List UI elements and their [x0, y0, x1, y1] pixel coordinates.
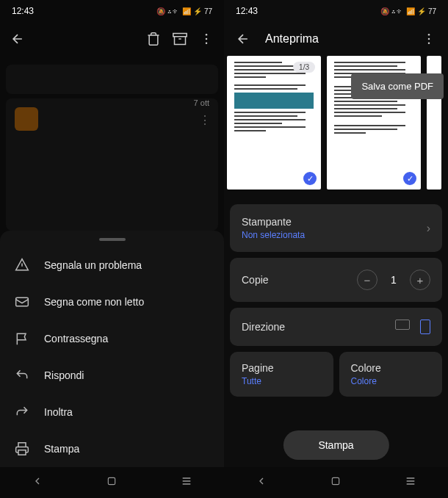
pages-label: Pagine	[242, 362, 322, 374]
nav-home-icon[interactable]	[106, 476, 117, 489]
menu-flag[interactable]: Contrassegna	[0, 320, 224, 357]
status-bar: 12:43 🔕 ⁂ ᯤ 📶 ⚡77	[0, 0, 224, 22]
bottom-sheet: Segnala un problema Segna come non letto…	[0, 231, 224, 467]
nav-recent-icon[interactable]	[405, 475, 416, 490]
orientation-portrait[interactable]	[420, 320, 430, 334]
status-time: 12:43	[236, 6, 258, 16]
nav-back-icon[interactable]	[256, 475, 267, 490]
copies-value: 1	[389, 274, 398, 286]
svg-point-1	[206, 38, 208, 40]
trash-icon[interactable]	[145, 30, 162, 48]
svg-rect-3	[16, 297, 29, 306]
warning-icon	[15, 258, 29, 273]
orientation-landscape[interactable]	[395, 320, 410, 330]
setting-printer[interactable]: Stampante Non selezionata ›	[230, 204, 442, 252]
chevron-right-icon: ›	[427, 222, 430, 235]
color-value: Colore	[351, 376, 431, 386]
save-pdf-tooltip[interactable]: Salva come PDF	[351, 73, 444, 99]
check-icon: ✓	[403, 172, 416, 185]
menu-forward[interactable]: Inoltra	[0, 394, 224, 430]
status-icons: 🔕 ⁂ ᯤ 📶 ⚡77	[380, 7, 436, 15]
forward-icon	[15, 405, 29, 419]
email-date: 7 ott	[194, 98, 209, 107]
print-button[interactable]: Stampa	[283, 430, 389, 460]
menu-label: Segna come non letto	[44, 296, 144, 308]
top-bar	[0, 22, 224, 56]
svg-rect-4	[109, 477, 115, 484]
page-indicator: 1/3	[293, 62, 315, 73]
menu-reply[interactable]: Rispondi	[0, 357, 224, 394]
doc-highlight	[234, 93, 314, 109]
status-time: 12:43	[12, 6, 34, 16]
envelope-icon	[15, 295, 29, 309]
flag-icon	[15, 331, 29, 346]
archive-icon[interactable]	[171, 30, 189, 48]
copies-stepper: − 1 +	[357, 270, 430, 290]
printer-value: Non selezionata	[242, 230, 305, 240]
status-bar: 12:43 🔕 ⁂ ᯤ 📶 ⚡77	[224, 0, 448, 22]
setting-copies: Copie − 1 +	[230, 258, 442, 302]
increment-button[interactable]: +	[410, 270, 430, 290]
print-settings: Stampante Non selezionata › Copie − 1 + …	[224, 198, 448, 403]
print-icon	[15, 441, 29, 456]
svg-rect-8	[333, 477, 339, 484]
menu-report-problem[interactable]: Segnala un problema	[0, 247, 224, 284]
preview-header: Anteprima	[224, 22, 448, 56]
printer-label: Stampante	[242, 216, 305, 228]
nav-bar	[224, 467, 448, 498]
more-icon[interactable]	[420, 30, 438, 48]
check-icon: ✓	[303, 172, 317, 185]
avatar	[15, 107, 38, 131]
svg-point-7	[428, 43, 430, 45]
page-thumb-1[interactable]: 1/3 ✓	[227, 56, 321, 190]
menu-print[interactable]: Stampa	[0, 430, 224, 467]
setting-direction: Direzione	[230, 308, 442, 346]
menu-label: Stampa	[44, 443, 79, 455]
menu-label: Inoltra	[44, 406, 73, 418]
direction-label: Direzione	[242, 321, 285, 333]
nav-recent-icon[interactable]	[181, 475, 192, 490]
more-icon[interactable]	[198, 30, 215, 48]
page-title: Anteprima	[265, 32, 319, 46]
nav-back-icon[interactable]	[32, 475, 43, 490]
svg-point-0	[206, 34, 208, 36]
back-icon[interactable]	[9, 30, 26, 48]
pages-value: Tutte	[242, 376, 322, 386]
reply-icon	[15, 368, 29, 383]
svg-point-5	[428, 34, 430, 36]
color-label: Colore	[351, 362, 431, 374]
setting-color[interactable]: Colore Colore	[339, 352, 443, 397]
menu-label: Segnala un problema	[44, 259, 142, 271]
menu-label: Rispondi	[44, 369, 84, 381]
svg-point-6	[428, 38, 430, 40]
decrement-button[interactable]: −	[357, 270, 377, 290]
menu-label: Contrassegna	[44, 333, 108, 344]
nav-bar	[0, 467, 224, 498]
menu-mark-unread[interactable]: Segna come non letto	[0, 284, 224, 320]
copies-label: Copie	[242, 274, 269, 286]
email-more-icon[interactable]: ⋮	[199, 113, 211, 127]
svg-point-2	[206, 43, 208, 45]
status-icons: 🔕 ⁂ ᯤ 📶 ⚡77	[156, 7, 212, 15]
back-icon[interactable]	[234, 30, 252, 48]
nav-home-icon[interactable]	[330, 476, 341, 489]
sheet-handle[interactable]	[99, 238, 126, 241]
setting-pages[interactable]: Pagine Tutte	[230, 352, 333, 397]
